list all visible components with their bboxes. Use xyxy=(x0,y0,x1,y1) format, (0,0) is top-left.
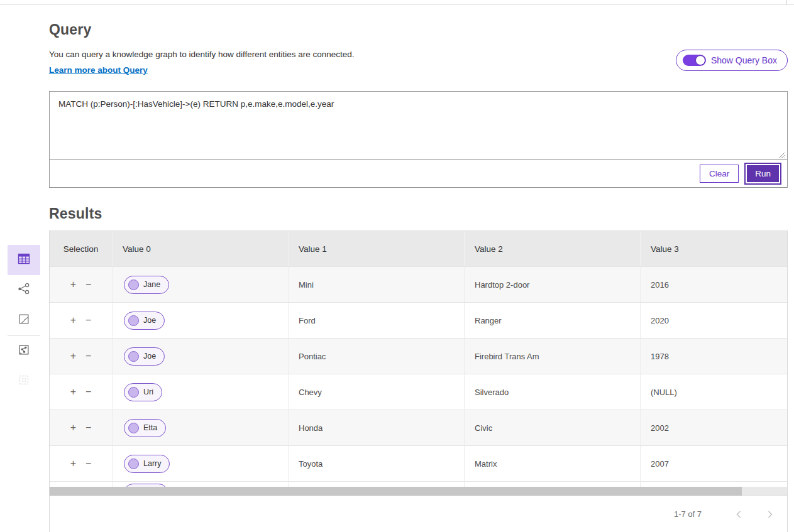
table-row: + − Etta Honda Civic 2002 xyxy=(50,410,787,445)
entity-icon xyxy=(128,459,139,469)
selection-cell: + − xyxy=(50,374,113,410)
column-header-selection: Selection xyxy=(50,231,113,266)
add-to-selection-button[interactable]: + xyxy=(70,280,76,290)
clear-button[interactable]: Clear xyxy=(700,165,739,183)
add-to-map-icon xyxy=(17,343,31,359)
add-to-selection-button[interactable]: + xyxy=(70,423,76,433)
entity-cell: Jane xyxy=(113,267,289,302)
column-header-value2: Value 2 xyxy=(465,231,641,266)
toggle-knob xyxy=(695,55,705,65)
query-box: MATCH (p:Person)-[:HasVehicle]->(e) RETU… xyxy=(49,91,788,188)
entity-icon xyxy=(128,315,139,326)
cell-value-1: Pontiac xyxy=(289,339,465,374)
remove-from-selection-button[interactable]: − xyxy=(85,351,91,361)
remove-from-selection-button[interactable]: − xyxy=(85,423,91,433)
add-results-to-map-button[interactable] xyxy=(8,336,40,366)
view-map-button[interactable] xyxy=(8,305,40,335)
cell-value-2: Ranger xyxy=(465,303,641,338)
entity-icon xyxy=(128,423,139,433)
scrollbar-thumb[interactable] xyxy=(50,487,742,496)
resize-handle[interactable] xyxy=(778,150,785,157)
entity-label: Jane xyxy=(143,280,160,289)
entity-icon xyxy=(128,351,139,362)
toggle-label: Show Query Box xyxy=(711,55,777,65)
run-button-focus-ring: Run xyxy=(744,163,781,185)
cell-value-3: 2007 xyxy=(641,446,787,481)
cell-value-2: Civic xyxy=(465,410,641,445)
column-header-value3: Value 3 xyxy=(641,231,787,266)
chevron-left-icon[interactable] xyxy=(733,509,744,520)
cell-value-1: Ford xyxy=(289,303,465,338)
remove-from-selection-button[interactable]: − xyxy=(85,387,91,397)
add-to-selection-button[interactable]: + xyxy=(70,351,76,361)
entity-label: Joe xyxy=(143,316,156,325)
pagination-range-label: 1-7 of 7 xyxy=(674,509,702,519)
cell-value-2: Firebird Trans Am xyxy=(465,339,641,374)
results-view-rail xyxy=(8,245,40,396)
selection-cell: + − xyxy=(50,339,113,374)
entity-icon xyxy=(128,280,139,290)
entity-pill[interactable]: Jane xyxy=(124,276,169,294)
show-query-box-toggle[interactable]: Show Query Box xyxy=(676,50,788,71)
table-row-partial xyxy=(50,481,787,487)
cell-value-3: (NULL) xyxy=(641,374,787,410)
cell-value-1: Chevy xyxy=(289,374,465,410)
table-row: + − Joe Ford Ranger 2020 xyxy=(50,302,787,338)
entity-pill[interactable]: Joe xyxy=(124,347,165,366)
column-header-value0: Value 0 xyxy=(113,231,289,266)
table-header: Selection Value 0 Value 1 Value 2 Value … xyxy=(50,231,787,266)
entity-pill[interactable]: Etta xyxy=(124,419,166,437)
entity-cell: Joe xyxy=(113,303,289,338)
entity-pill[interactable]: Larry xyxy=(124,455,170,473)
table-body: + − Jane Mini Hardtop 2-door 2016 xyxy=(50,266,787,481)
top-chrome-divider xyxy=(0,0,794,5)
selection-cell: + − xyxy=(50,267,113,302)
selection-cell: + − xyxy=(50,446,113,481)
top-chrome-tick xyxy=(786,0,787,5)
results-card: Selection Value 0 Value 1 Value 2 Value … xyxy=(49,231,788,532)
add-to-selection-button[interactable]: + xyxy=(70,315,76,325)
remove-from-selection-button[interactable]: − xyxy=(85,280,91,290)
entity-cell: Uri xyxy=(113,374,289,410)
add-to-selection-button[interactable]: + xyxy=(70,459,76,469)
run-button[interactable]: Run xyxy=(747,165,779,182)
page-description: You can query a knowledge graph to ident… xyxy=(49,50,355,59)
selection-cell: + − xyxy=(50,303,113,338)
column-header-value1: Value 1 xyxy=(289,231,465,266)
remove-from-selection-button[interactable]: − xyxy=(85,315,91,325)
view-link-chart-button[interactable] xyxy=(8,275,40,305)
query-footer: Clear Run xyxy=(50,159,787,187)
map-icon xyxy=(17,312,31,328)
cell-value-1: Toyota xyxy=(289,446,465,481)
cell-value-3: 2002 xyxy=(641,410,787,445)
table-row: + − Joe Pontiac Firebird Trans Am 1978 xyxy=(50,338,787,374)
selection-cell: + − xyxy=(50,410,113,445)
cell-value-3: 1978 xyxy=(641,339,787,374)
entity-label: Joe xyxy=(143,352,156,361)
horizontal-scrollbar[interactable] xyxy=(50,487,787,496)
entity-label: Larry xyxy=(143,459,161,468)
entity-pill[interactable]: Uri xyxy=(124,383,162,401)
entity-label: Uri xyxy=(143,388,153,396)
pagination-bar: 1-7 of 7 xyxy=(50,496,787,532)
results-heading: Results xyxy=(49,205,788,222)
entity-pill[interactable]: Joe xyxy=(124,312,165,330)
entity-icon xyxy=(128,387,139,398)
cell-value-1: Honda xyxy=(289,410,465,445)
chevron-right-icon[interactable] xyxy=(764,509,776,520)
table-row: + − Larry Toyota Matrix 2007 xyxy=(50,445,787,481)
entity-cell: Larry xyxy=(113,446,289,481)
toggle-switch-icon[interactable] xyxy=(683,55,706,66)
remove-from-selection-button[interactable]: − xyxy=(85,459,91,469)
select-results-icon xyxy=(17,373,31,389)
table-icon xyxy=(16,251,31,269)
table-row: + − Uri Chevy Silverado (NULL) xyxy=(50,374,787,410)
add-to-selection-button[interactable]: + xyxy=(70,387,76,397)
view-table-button[interactable] xyxy=(8,245,40,275)
cell-value-2: Silverado xyxy=(465,374,641,410)
learn-more-link[interactable]: Learn more about Query xyxy=(49,65,148,75)
cell-value-3: 2016 xyxy=(641,267,787,302)
select-results-button xyxy=(8,366,40,396)
query-input[interactable]: MATCH (p:Person)-[:HasVehicle]->(e) RETU… xyxy=(50,92,787,159)
entity-cell: Etta xyxy=(113,410,289,445)
